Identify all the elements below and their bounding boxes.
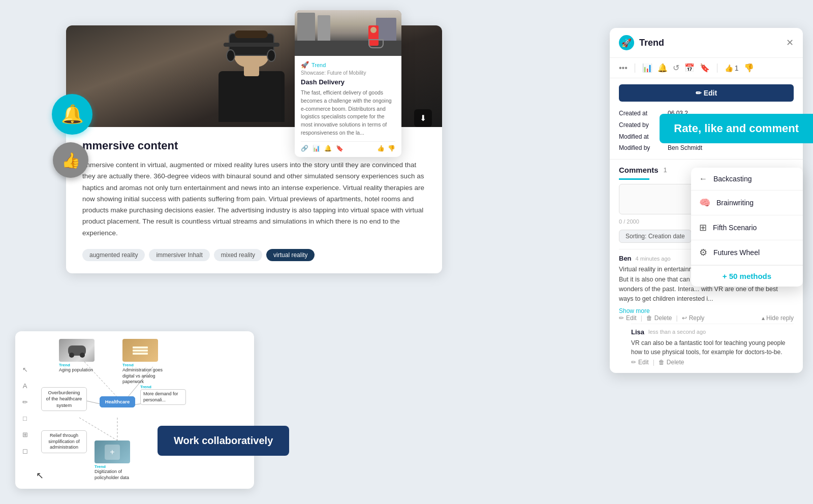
comment-author: Ben bbox=[619, 255, 632, 262]
delete-reply-icon: 🗑 bbox=[659, 359, 665, 366]
canvas-panel: ↖ A ✏ □ ⊞ ◻ bbox=[15, 331, 254, 489]
comments-label: Comments bbox=[619, 166, 659, 174]
edit-reply-icon: ✏ bbox=[631, 359, 636, 366]
futures-wheel-item[interactable]: ⚙ Futures Wheel bbox=[691, 240, 803, 265]
reply-button[interactable]: ↩ Reply bbox=[682, 314, 705, 322]
fifth-scenario-item[interactable]: ⊞ Fifth Scenario bbox=[691, 215, 803, 240]
trend-icon: 🚀 bbox=[619, 35, 634, 50]
more-options-icon[interactable]: ••• bbox=[619, 64, 628, 73]
bookmark-icon-toolbar[interactable]: 🔖 bbox=[700, 63, 710, 73]
main-card-text: Immersive content in virtual, augmented … bbox=[82, 160, 426, 239]
delete-comment-button[interactable]: 🗑 Delete bbox=[646, 314, 672, 322]
like-icon-popup: 👍 bbox=[377, 145, 385, 152]
cursor-tool[interactable]: ↖ bbox=[19, 364, 30, 375]
comments-tab-indicator bbox=[619, 178, 649, 180]
action-sep-2: | bbox=[676, 314, 678, 322]
shape-tool[interactable]: □ bbox=[19, 413, 30, 424]
trend-badge-icon: 🚀 bbox=[301, 61, 309, 69]
modified-at-label: Modified at bbox=[619, 131, 665, 143]
reply-actions: ✏ Edit | 🗑 Delete bbox=[631, 359, 794, 366]
hide-reply-button[interactable]: ▴ Hide reply bbox=[762, 314, 794, 322]
like-count[interactable]: 👍 1 bbox=[725, 64, 739, 72]
notification-circle[interactable]: 🔔 bbox=[52, 94, 92, 135]
reply-meta: Lisa less than a second ago bbox=[631, 328, 794, 336]
futures-wheel-icon: ⚙ bbox=[699, 247, 707, 258]
reply-icon: ↩ bbox=[682, 314, 687, 322]
methods-dropdown: ← Backcasting 🧠 Brainwriting ⊞ Fifth Sce… bbox=[691, 168, 803, 287]
back-to-backcasting[interactable]: ← Backcasting bbox=[691, 168, 803, 191]
canvas-cursor-icon: ↖ bbox=[36, 470, 44, 481]
comments-count: 1 bbox=[664, 166, 667, 174]
modified-by-label: Modified by bbox=[619, 142, 665, 154]
thumbs-up-icon: 👍 bbox=[61, 151, 80, 169]
show-more-button[interactable]: Show more bbox=[619, 307, 794, 314]
bookmark-icon-popup: 🔖 bbox=[336, 145, 343, 152]
toolbar-separator-2 bbox=[717, 64, 717, 73]
history-icon[interactable]: ↺ bbox=[673, 63, 679, 73]
text-tool[interactable]: A bbox=[19, 380, 30, 391]
select-tool[interactable]: ⊞ bbox=[19, 429, 30, 440]
toolbar-separator-1 bbox=[635, 64, 635, 73]
overburdening-node: Overburdening of the healthcare system bbox=[41, 387, 87, 411]
trend-popup-title: Dash Delivery bbox=[301, 78, 395, 86]
eraser-tool[interactable]: ◻ bbox=[19, 445, 30, 456]
reply-comment: Lisa less than a second ago VR can also … bbox=[631, 324, 794, 366]
digitization-node: + Trend Digitization of policyholder dat… bbox=[95, 440, 135, 481]
dislike-icon-toolbar[interactable]: 👎 bbox=[744, 63, 754, 73]
work-collaboratively-banner: Work collaboratively bbox=[158, 426, 289, 456]
healthcare-node: Healthcare bbox=[100, 396, 135, 407]
more-methods-button[interactable]: + 50 methods bbox=[691, 265, 803, 287]
trend-popup-footer: 🔗 📊 🔔 🔖 👍 👎 bbox=[301, 141, 395, 152]
action-sep-1: | bbox=[641, 314, 642, 322]
tag-immersiver[interactable]: immersiver Inhalt bbox=[149, 249, 209, 261]
futures-wheel-label: Futures Wheel bbox=[713, 248, 760, 257]
chart-icon-popup: 📊 bbox=[312, 145, 320, 152]
bell-icon-popup: 🔔 bbox=[324, 145, 332, 152]
brainwriting-item[interactable]: 🧠 Brainwriting bbox=[691, 191, 803, 215]
pencil-tool[interactable]: ✏ bbox=[19, 396, 30, 407]
calendar-icon[interactable]: 📅 bbox=[684, 63, 695, 73]
reply-time: less than a second ago bbox=[648, 329, 706, 335]
download-icon[interactable]: ⬇ bbox=[414, 109, 432, 127]
tag-virtual[interactable]: virtual reality bbox=[266, 249, 315, 261]
trend-popup-card: 🚀 Trend Showcase: Future of Mobility Das… bbox=[295, 10, 401, 157]
canvas-toolbar: ↖ A ✏ □ ⊞ ◻ bbox=[19, 364, 30, 456]
comment-actions: ✏ Edit | 🗑 Delete | ↩ Reply ▴ Hide reply bbox=[619, 314, 794, 322]
admin-node: Trend Administration goes digital vs ana… bbox=[122, 339, 168, 385]
tag-mixed[interactable]: mixed reality bbox=[214, 249, 262, 261]
thumbs-up-circle[interactable]: 👍 bbox=[53, 142, 88, 178]
trend-panel-title: Trend bbox=[639, 38, 664, 48]
tags-row: augmented reality immersiver Inhalt mixe… bbox=[82, 249, 426, 261]
close-button[interactable]: ✕ bbox=[786, 37, 794, 48]
notification-icon-toolbar[interactable]: 🔔 bbox=[658, 63, 668, 73]
analytics-icon[interactable]: 📊 bbox=[642, 63, 652, 73]
fifth-scenario-icon: ⊞ bbox=[699, 222, 707, 233]
trend-panel-header: 🚀 Trend ✕ bbox=[610, 28, 803, 58]
trend-panel-toolbar: ••• 📊 🔔 ↺ 📅 🔖 👍 1 👎 bbox=[610, 58, 803, 78]
trend-popup-desc: The fast, efficient delivery of goods be… bbox=[301, 89, 395, 137]
trend-badge: 🚀 Trend bbox=[301, 61, 395, 69]
reply-text: VR can also be a fantastic tool for teac… bbox=[631, 338, 794, 357]
edit-reply-button[interactable]: ✏ Edit bbox=[631, 359, 649, 366]
edit-button[interactable]: ✏ Edit bbox=[619, 84, 794, 102]
like-number: 1 bbox=[735, 64, 739, 72]
created-by-label: Created by bbox=[619, 119, 665, 131]
tag-augmented[interactable]: augmented reality bbox=[82, 249, 145, 261]
aging-node: Trend Aging population bbox=[59, 339, 95, 373]
reply-sep: | bbox=[653, 359, 654, 366]
reply-author: Lisa bbox=[631, 328, 644, 336]
sorting-button[interactable]: Sorting: Creation date bbox=[619, 230, 692, 243]
relief-node: Relief through simplification of adminis… bbox=[41, 430, 87, 453]
comment-time: 4 minutes ago bbox=[636, 256, 671, 262]
modified-by-value: Ben Schmidt bbox=[668, 142, 702, 154]
trend-popup-body: 🚀 Trend Showcase: Future of Mobility Das… bbox=[295, 56, 401, 157]
rate-banner: Rate, like and comment bbox=[660, 114, 813, 143]
fifth-scenario-label: Fifth Scenario bbox=[713, 224, 757, 232]
trend-showcase: Showcase: Future of Mobility bbox=[301, 70, 395, 76]
demand-node: Trend More demand for personali... bbox=[140, 385, 186, 405]
link-icon: 🔗 bbox=[301, 145, 308, 152]
edit-comment-button[interactable]: ✏ Edit bbox=[619, 314, 637, 322]
delete-reply-button[interactable]: 🗑 Delete bbox=[659, 359, 684, 366]
brainwriting-icon: 🧠 bbox=[699, 197, 710, 208]
dislike-icon-popup: 👎 bbox=[388, 145, 395, 152]
